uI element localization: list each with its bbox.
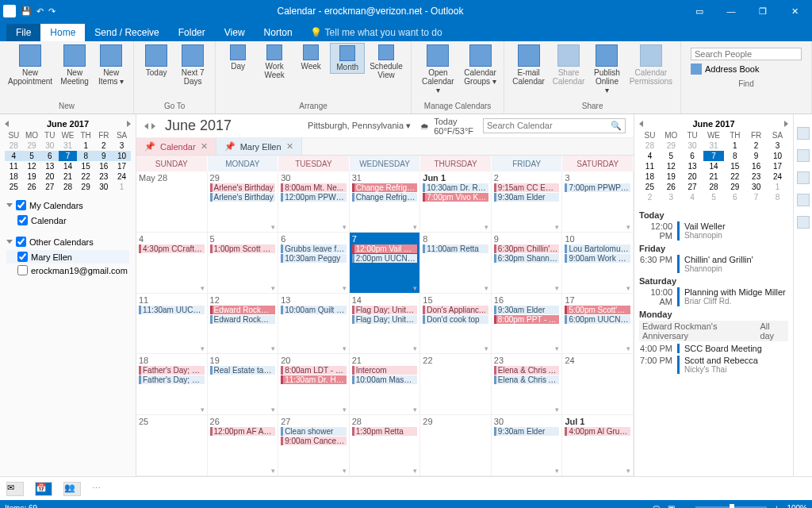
day-cell[interactable]: 51:00pm Scott Rudolph Celebration Pla...…	[208, 233, 279, 294]
day-cell[interactable]: 19Real Estate taxes▾	[208, 354, 279, 415]
new-items-button[interactable]: New Items ▾	[94, 43, 128, 87]
event-item[interactable]: 12:00pm AF Audit Committee Meeting - Jun…	[210, 427, 276, 436]
more-events-icon[interactable]: ▾	[626, 344, 630, 352]
day-button[interactable]: Day	[220, 43, 255, 72]
maximize-button[interactable]: ❐	[749, 3, 777, 19]
more-events-icon[interactable]: ▾	[413, 284, 417, 292]
weather-widget[interactable]: 🌧 Today60°F/53°F	[420, 117, 473, 136]
other-calendars-section[interactable]: Other Calendars	[6, 237, 129, 247]
mini-calendar-left[interactable]: June 2017 SUMOTUWETHFRSA 28293031123 456…	[0, 114, 136, 195]
event-item[interactable]: Lou Bartolomuc...	[565, 244, 630, 253]
day-cell[interactable]: 29Arlene's BirthdayArlene's Birthday▾	[208, 171, 279, 233]
day-cell[interactable]: 37:00pm PPWP Gala; 5435 Dunmoyle Ave ...…	[562, 171, 634, 233]
agenda-item[interactable]: 6:30 PMChillin' and Grillin'Shannopin	[639, 255, 788, 273]
tab-norton[interactable]: Norton	[255, 24, 302, 41]
calendar-permissions-button[interactable]: Calendar Permissions	[626, 43, 676, 87]
event-item[interactable]: Flag Day; Unite...	[352, 315, 418, 324]
more-events-icon[interactable]: ▾	[413, 344, 417, 352]
event-item[interactable]: 7:00pm Vivo Kit...	[423, 193, 488, 202]
calendar-item-maryellen[interactable]: Mary Ellen	[6, 250, 129, 264]
event-item[interactable]: Don'd cook top	[423, 315, 488, 324]
mini-calendar-right[interactable]: June 2017 SUMOTUWETHFRSA 28293031123 456…	[639, 117, 788, 207]
tab-view[interactable]: View	[215, 24, 255, 41]
peek-icon[interactable]	[797, 149, 810, 162]
more-events-icon[interactable]: ▾	[413, 406, 417, 414]
share-calendar-button[interactable]: Share Calendar	[550, 43, 588, 87]
event-item[interactable]: Flag Day; Unite...	[352, 306, 418, 314]
mycals-checkbox[interactable]	[16, 200, 26, 210]
calendar-item-calendar[interactable]: Calendar	[6, 214, 129, 227]
address-book-button[interactable]: Address Book	[691, 64, 802, 75]
tab-send-receive[interactable]: Send / Receive	[85, 24, 168, 41]
day-cell[interactable]: 14Flag Day; Unite...Flag Day; Unite...▾	[350, 294, 421, 355]
agenda-item[interactable]: 12:00 PMVail WellerShannopin	[639, 221, 788, 241]
search-people-input[interactable]	[691, 48, 802, 60]
day-cell[interactable]: 12Edward Rockma...Edward Rockma...▾	[208, 294, 279, 355]
event-item[interactable]: Change Refrige...	[352, 183, 418, 192]
people-nav-button[interactable]: 👥	[63, 482, 81, 496]
event-item[interactable]: 2:00pm UUCNH...	[352, 254, 418, 263]
calendar-nav-button[interactable]: 📅	[35, 482, 52, 496]
day-cell[interactable]: 309:30am Elder▾	[492, 415, 563, 476]
day-cell[interactable]: 22	[420, 354, 492, 415]
more-events-icon[interactable]: ▾	[555, 223, 559, 231]
day-cell[interactable]: 712:00pm Vail W...2:00pm UUCNH...▾	[350, 233, 421, 294]
view-reading-icon[interactable]: ▣	[668, 504, 675, 509]
event-item[interactable]: 8:00am LDT - Br...	[281, 366, 347, 375]
day-cell[interactable]: 1310:00am Quilt group▾	[278, 294, 350, 355]
tab-file[interactable]: File	[6, 24, 40, 41]
event-item[interactable]: 9:30am Elder	[494, 427, 560, 436]
more-events-icon[interactable]: ▾	[485, 344, 488, 352]
close-button[interactable]: ✕	[780, 3, 809, 19]
workweek-button[interactable]: Work Week	[257, 43, 292, 81]
more-events-icon[interactable]: ▾	[413, 467, 417, 475]
more-events-icon[interactable]: ▾	[555, 284, 559, 292]
day-cell[interactable]: 25	[136, 415, 208, 476]
publish-online-button[interactable]: Publish Online ▾	[589, 43, 625, 96]
day-cell[interactable]: 24	[562, 354, 634, 415]
agenda-item[interactable]: 7:00 PMScott and RebeccaNicky's Thai	[639, 356, 788, 374]
event-item[interactable]: 9:00am Cancele...	[281, 437, 347, 445]
qat-redo-icon[interactable]: ↷	[48, 6, 56, 17]
day-cell[interactable]: 44:30pm CCraft Board Social; 60 Longue V…	[136, 233, 208, 294]
more-events-icon[interactable]: ▾	[201, 406, 205, 414]
peek-icon[interactable]	[797, 194, 810, 206]
my-calendars-section[interactable]: My Calendars	[6, 200, 129, 210]
qat-undo-icon[interactable]: ↶	[36, 6, 44, 17]
view-normal-icon[interactable]: ▢	[653, 504, 660, 509]
event-item[interactable]: 12:00pm PPWP ...	[281, 193, 347, 202]
event-item[interactable]: Elena & Chris A...	[494, 375, 560, 384]
new-meeting-button[interactable]: New Meeting	[57, 43, 92, 87]
close-icon[interactable]: ✕	[286, 141, 293, 152]
more-events-icon[interactable]: ▾	[626, 223, 630, 231]
event-item[interactable]: 8:00am Mt. Ne...	[281, 183, 347, 192]
caltab-maryellen[interactable]: 📌Mary Ellen✕	[216, 138, 302, 155]
event-item[interactable]: 9:15am CC EC ...	[494, 183, 560, 192]
more-events-icon[interactable]: ▾	[413, 223, 417, 231]
event-item[interactable]: 1:30pm Retta	[352, 427, 418, 436]
week-button[interactable]: Week	[293, 43, 328, 72]
tab-home[interactable]: Home	[40, 24, 85, 41]
day-cell[interactable]: 2612:00pm AF Audit Committee Meeting - J…	[208, 415, 279, 476]
day-cell[interactable]: 29	[420, 415, 492, 476]
more-events-icon[interactable]: ▾	[343, 467, 347, 475]
mini-cal-grid[interactable]: SUMOTUWETHFRSA 28293031123 45678910 1112…	[5, 130, 131, 192]
event-item[interactable]: 9:30am Elder	[494, 306, 560, 314]
event-item[interactable]: 9:30am Elder	[494, 193, 560, 202]
event-item[interactable]: 6:30pm Chillin' ...	[494, 244, 560, 253]
location-label[interactable]: Pittsburgh, Pennsylvania ▾	[308, 121, 411, 131]
event-item[interactable]: 10:00am Mason...	[352, 375, 418, 384]
qat-save-icon[interactable]: 💾	[21, 6, 32, 17]
event-item[interactable]: 10:30am Dr. Ro...	[423, 183, 488, 192]
more-events-icon[interactable]: ▾	[555, 467, 559, 475]
event-item[interactable]: 11:30am Dr. Ha...	[281, 375, 347, 384]
event-item[interactable]: 10:00am Quilt group	[281, 306, 347, 314]
agenda-allday[interactable]: Edward Rockman's AnniversaryAll day	[639, 321, 788, 341]
close-icon[interactable]: ✕	[201, 141, 208, 152]
event-item[interactable]: 6:30pm Shanno...	[494, 254, 560, 263]
search-icon[interactable]: 🔍	[611, 121, 622, 131]
more-events-icon[interactable]: ▾	[343, 344, 347, 352]
day-cell[interactable]: 18Father's Day; U...Father's Day; U...▾	[136, 354, 208, 415]
next-period-icon[interactable]	[151, 123, 155, 129]
day-cell[interactable]: 811:00am Retta▾	[420, 233, 492, 294]
